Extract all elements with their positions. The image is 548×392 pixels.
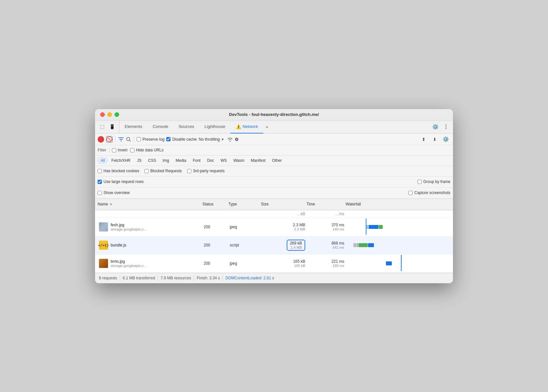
preserve-log-checkbox[interactable]: Preserve log [137,137,164,142]
filter-manifest[interactable]: Manifest [248,158,268,163]
filter-label: Filter [98,148,106,152]
device-icon[interactable]: 📱 [107,122,116,131]
options-row-2: Use large request rows Group by frame [95,176,453,188]
has-blocked-cookies-checkbox[interactable]: Has blocked cookies [98,169,139,173]
filter-fetch-xhr[interactable]: Fetch/XHR [108,158,133,163]
file-icon-bundle: </> [99,241,108,250]
table-row[interactable]: fesh.jpg storage.googleapis.c... 200 jpe… [95,218,453,236]
upload-icon[interactable]: ⬆ [419,135,428,144]
filter-types-row: All Fetch/XHR JS CSS Img Media Font Doc … [95,156,453,166]
filter-img[interactable]: Img [160,158,172,163]
partial-row[interactable]: …kB …ms [95,210,453,218]
throttling-dropdown-icon[interactable]: ▾ [222,137,224,142]
time-brrto: 221 ms 190 ms [307,258,346,269]
filter-all[interactable]: All [98,158,108,163]
tab-console[interactable]: Console [147,120,173,133]
resources-size: 7.9 MB resources [160,276,191,280]
waterfall-brrto [346,255,450,273]
filter-ws[interactable]: WS [218,158,230,163]
transferred-size: 6.1 MB transferred [123,276,155,280]
tab-lighthouse[interactable]: Lighthouse [199,120,231,133]
status-bundle: 200 [202,242,228,249]
type-brrto: jpeg [228,260,261,267]
capture-screenshots-checkbox[interactable]: Capture screenshots [408,190,450,195]
net-toolbar-right: ⬆ ⬇ ⚙️ [419,135,450,144]
col-name[interactable]: Name ▼ [98,202,202,206]
wifi-icon [227,137,233,142]
toolbar-divider-2 [134,136,134,142]
invert-checkbox[interactable]: Invert [112,148,128,152]
filter-font[interactable]: Font [190,158,203,163]
tab-more[interactable]: » [263,120,271,133]
cursor-icon[interactable]: ⬚ [98,122,107,131]
file-icon-fesh [99,222,108,231]
minimize-button[interactable] [107,112,112,117]
col-type[interactable]: Type [228,202,261,206]
type-bundle: script [228,242,261,249]
record-button[interactable] [98,136,104,143]
tab-sources[interactable]: Sources [173,120,199,133]
col-time[interactable]: Time [307,202,346,206]
warning-icon: ⚠️ [236,124,241,129]
window-controls [100,112,119,117]
network-toolbar: 🚫 Preserve log Disable cache No throttli… [95,133,453,145]
tab-elements[interactable]: Elements [119,120,147,133]
filter-doc[interactable]: Doc [204,158,217,163]
status-bar: 8 requests 6.1 MB transferred 7.9 MB res… [95,273,453,283]
filter-wasm[interactable]: Wasm [230,158,247,163]
title-bar: DevTools - foul-heavenly-direction.glitc… [95,109,453,120]
hide-data-urls-checkbox[interactable]: Hide data URLs [130,148,164,152]
filter-css[interactable]: CSS [145,158,159,163]
options-row-1: Has blocked cookies Blocked Requests 3rd… [95,166,453,176]
filter-icon[interactable] [118,136,124,142]
gear-icon[interactable]: ⚙️ [441,135,450,144]
dom-content-loaded: DOMContentLoaded: 2.81 s [226,276,274,280]
third-party-checkbox[interactable]: 3rd-party requests [187,169,225,173]
toolbar-divider [115,136,116,142]
window-title: DevTools - foul-heavenly-direction.glitc… [229,112,319,117]
size-brrto: 165 kB 165 kB [261,258,307,269]
clear-button[interactable]: 🚫 [106,136,113,143]
size-fesh: 2.3 MB 2.3 MB [261,221,307,232]
finish-time: Finish: 3.34 s [197,276,220,280]
devtools-window: DevTools - foul-heavenly-direction.glitc… [95,109,453,283]
large-rows-checkbox[interactable]: Use large request rows [98,179,144,184]
col-waterfall[interactable]: Waterfall [346,202,450,206]
download-icon[interactable]: ⬇ [430,135,439,144]
table-row[interactable]: </> bundle.js 200 script 269 kB 1.4 MB 8… [95,236,453,255]
time-bundle: 868 ms 541 ms [307,240,346,251]
filter-media[interactable]: Media [173,158,189,163]
status-fesh: 200 [202,223,228,231]
close-button[interactable] [100,112,105,117]
maximize-button[interactable] [115,112,119,117]
filter-row: Filter Invert Hide data URLs [95,145,453,156]
name-cell-bundle: </> bundle.js [98,239,202,251]
col-status[interactable]: Status [202,202,228,206]
options-row-3: Show overview Capture screenshots [95,188,453,199]
throttling-value: No throttling [199,137,220,142]
filter-other[interactable]: Other [269,158,285,163]
file-icon-brrto [99,259,108,268]
show-overview-checkbox[interactable]: Show overview [98,190,130,195]
col-size[interactable]: Size [261,202,307,206]
table-header: Name ▼ Status Type Size Time Waterfall [95,199,453,210]
more-options-icon[interactable]: ⋮ [441,122,450,131]
settings-icon-2[interactable]: ⚙ [235,137,239,142]
search-icon[interactable] [126,137,131,142]
waterfall-fesh [346,218,450,236]
group-by-frame-checkbox[interactable]: Group by frame [418,179,450,184]
requests-count: 8 requests [99,276,117,280]
status-brrto: 200 [202,260,228,267]
name-cell-fesh: fesh.jpg storage.googleapis.c... [98,221,202,233]
time-fesh: 370 ms 140 ms [307,221,346,232]
blocked-requests-checkbox[interactable]: Blocked Requests [144,169,182,173]
table-body: …kB …ms fesh.jpg storage.googleapis.c...… [95,210,453,273]
table-row[interactable]: brrto.jpg storage.googleapis.c... 200 jp… [95,255,453,273]
tab-network[interactable]: ⚠️ Network [230,120,263,133]
filter-js[interactable]: JS [134,158,144,163]
size-bundle: 269 kB 1.4 MB [261,238,307,252]
disable-cache-checkbox[interactable]: Disable cache [166,137,197,142]
settings-icon[interactable]: ⚙️ [431,122,440,131]
name-cell-brrto: brrto.jpg storage.googleapis.c... [98,258,202,269]
waterfall-bundle [346,236,450,254]
